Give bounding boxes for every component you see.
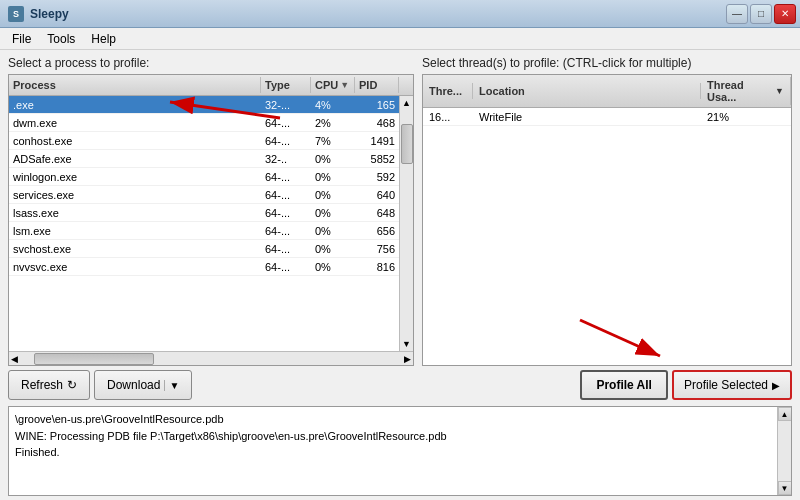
menu-help[interactable]: Help [83,30,124,48]
process-table-row[interactable]: winlogon.exe 64-... 0% 592 [9,168,399,186]
process-pid: 5852 [355,152,399,166]
process-type: 32-... [261,98,311,112]
process-type: 64-... [261,134,311,148]
pid-col-header[interactable]: PID [355,77,399,93]
process-table-header: Process Type CPU ▼ PID [9,75,413,96]
scroll-right-btn[interactable]: ▶ [402,352,413,366]
profile-all-button[interactable]: Profile All [580,370,668,400]
process-table-container: Process Type CPU ▼ PID [8,74,414,366]
usage-sort-icon: ▼ [775,86,784,96]
thread-tid-header[interactable]: Thre... [423,83,473,99]
process-cpu: 0% [311,260,355,274]
process-cpu: 4% [311,98,355,112]
process-name: lsm.exe [9,224,261,238]
scroll-left-btn[interactable]: ◀ [9,352,20,366]
process-table-row[interactable]: .exe 32-... 4% 165 [9,96,399,114]
process-type: 64-... [261,170,311,184]
process-table-row[interactable]: nvvsvc.exe 64-... 0% 816 [9,258,399,276]
refresh-label: Refresh [21,378,63,392]
process-scrollbar-h[interactable]: ◀ ▶ [9,351,413,365]
process-pid: 756 [355,242,399,256]
menu-bar: File Tools Help [0,28,800,50]
process-table-row[interactable]: conhost.exe 64-... 7% 1491 [9,132,399,150]
process-type: 64-... [261,116,311,130]
process-cpu: 7% [311,134,355,148]
process-table-row[interactable]: dwm.exe 64-... 2% 468 [9,114,399,132]
refresh-button[interactable]: Refresh ↻ [8,370,90,400]
scroll-down-btn[interactable]: ▼ [400,337,413,351]
process-type: 64-... [261,188,311,202]
thread-loc-header[interactable]: Location [473,83,701,99]
process-scrollbar-v[interactable]: ▲ ▼ [399,96,413,351]
process-cpu: 0% [311,152,355,166]
thread-row[interactable]: 16... WriteFile 21% [423,108,791,126]
process-table-row[interactable]: svchost.exe 64-... 0% 756 [9,240,399,258]
process-table-row[interactable]: lsass.exe 64-... 0% 648 [9,204,399,222]
refresh-icon: ↻ [67,378,77,392]
process-name: svchost.exe [9,242,261,256]
thread-table-header: Thre... Location Thread Usa... ▼ [423,75,791,108]
main-content: Select a process to profile: Process Typ… [0,50,800,500]
menu-file[interactable]: File [4,30,39,48]
thread-usage-header[interactable]: Thread Usa... ▼ [701,77,791,105]
process-cpu: 2% [311,116,355,130]
process-cpu: 0% [311,206,355,220]
cpu-col-header[interactable]: CPU ▼ [311,77,355,93]
process-name: conhost.exe [9,134,261,148]
log-scroll-up-btn[interactable]: ▲ [778,407,792,421]
right-panel-label: Select thread(s) to profile: (CTRL-click… [422,56,792,70]
process-type: 64-... [261,242,311,256]
scroll-up-btn[interactable]: ▲ [400,96,413,110]
process-pid: 165 [355,98,399,112]
process-type: 64-... [261,224,311,238]
thread-table-body: 16... WriteFile 21% [423,108,791,365]
process-table-row[interactable]: services.exe 64-... 0% 640 [9,186,399,204]
log-line: WINE: Processing PDB file P:\Target\x86\… [15,428,771,445]
title-bar: S Sleepy — □ ✕ [0,0,800,28]
process-name: winlogon.exe [9,170,261,184]
process-pid: 640 [355,188,399,202]
menu-tools[interactable]: Tools [39,30,83,48]
process-cpu: 0% [311,170,355,184]
log-scroll-down-btn[interactable]: ▼ [778,481,792,495]
sort-arrow-icon: ▼ [340,80,349,90]
process-name: lsass.exe [9,206,261,220]
process-type: 64-... [261,206,311,220]
process-name: .exe [9,98,261,112]
scroll-thumb-h[interactable] [34,353,154,365]
process-cpu: 0% [311,224,355,238]
process-name: ADSafe.exe [9,152,261,166]
scroll-thumb-v[interactable] [401,124,413,164]
left-btn-row: Refresh ↻ Download ▼ [8,370,414,400]
process-type: 32-.. [261,152,311,166]
profile-selected-button[interactable]: Profile Selected ▶ [672,370,792,400]
process-table-rows: .exe 32-... 4% 165 dwm.exe 64-... 2% 468… [9,96,399,351]
process-pid: 816 [355,260,399,274]
process-col-header[interactable]: Process [9,77,261,93]
close-button[interactable]: ✕ [774,4,796,24]
profile-selected-label: Profile Selected [684,378,768,392]
minimize-button[interactable]: — [726,4,748,24]
download-arrow-icon[interactable]: ▼ [164,380,179,391]
log-area: \groove\en-us.pre\GrooveIntlResource.pdb… [8,406,792,496]
left-panel: Select a process to profile: Process Typ… [8,56,414,400]
process-name: dwm.exe [9,116,261,130]
right-panel: Select thread(s) to profile: (CTRL-click… [422,56,792,400]
process-name: nvvsvc.exe [9,260,261,274]
process-pid: 648 [355,206,399,220]
process-table-row[interactable]: ADSafe.exe 32-.. 0% 5852 [9,150,399,168]
process-name: services.exe [9,188,261,202]
type-col-header[interactable]: Type [261,77,311,93]
download-button[interactable]: Download ▼ [94,370,192,400]
thread-table-container: Thre... Location Thread Usa... ▼ 16... [422,74,792,366]
left-panel-label: Select a process to profile: [8,56,414,70]
process-cpu: 0% [311,188,355,202]
process-cpu: 0% [311,242,355,256]
process-table-row[interactable]: lsm.exe 64-... 0% 656 [9,222,399,240]
maximize-button[interactable]: □ [750,4,772,24]
panels-row: Select a process to profile: Process Typ… [8,56,792,400]
log-scrollbar[interactable]: ▲ ▼ [777,407,791,495]
right-btn-row: Profile All Profile Selected ▶ [422,370,792,400]
log-line: Finished. [15,444,771,461]
process-pid: 656 [355,224,399,238]
